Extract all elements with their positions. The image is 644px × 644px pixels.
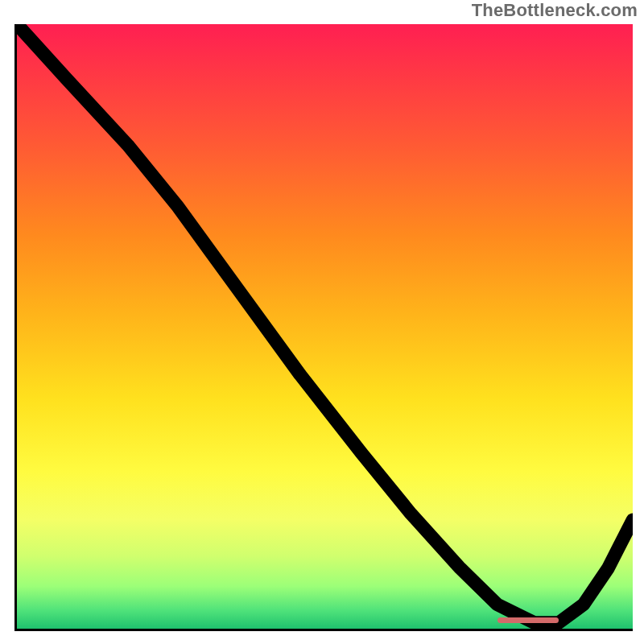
plot-area: [14, 24, 633, 631]
bottleneck-curve: [17, 24, 633, 629]
bottleneck-curve-path: [17, 24, 633, 622]
chart-frame: TheBottleneck.com: [0, 0, 644, 644]
optimum-flat-marker: [497, 617, 559, 623]
watermark-text: TheBottleneck.com: [472, 0, 638, 21]
